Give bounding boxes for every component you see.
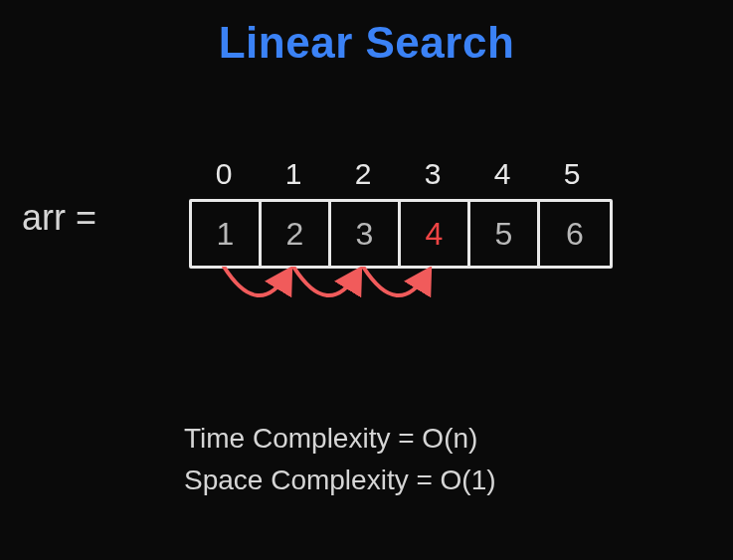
- traversal-arrows: [189, 267, 617, 336]
- space-complexity-text: Space Complexity = O(1): [184, 460, 496, 501]
- time-complexity-text: Time Complexity = O(n): [184, 418, 496, 460]
- array-variable-label: arr =: [22, 197, 96, 239]
- array-cell: 1: [192, 202, 262, 266]
- array-cell-target: 4: [401, 202, 470, 266]
- index-label: 5: [537, 157, 607, 199]
- complexity-block: Time Complexity = O(n) Space Complexity …: [184, 418, 496, 501]
- array-cell: 2: [262, 202, 331, 266]
- index-label: 2: [328, 157, 398, 199]
- arrow-icon: [293, 267, 358, 295]
- array-cell: 5: [470, 202, 540, 266]
- page-title: Linear Search: [0, 0, 733, 68]
- index-label: 3: [398, 157, 467, 199]
- index-label: 0: [189, 157, 259, 199]
- index-row: 0 1 2 3 4 5: [189, 157, 613, 199]
- array-cell: 3: [331, 202, 401, 266]
- array-cells: 1 2 3 4 5 6: [189, 199, 613, 269]
- index-label: 1: [259, 157, 328, 199]
- index-label: 4: [467, 157, 537, 199]
- array-visual: 0 1 2 3 4 5 1 2 3 4 5 6: [189, 157, 613, 269]
- array-cell: 6: [540, 202, 610, 266]
- arrow-icon: [363, 267, 428, 295]
- arrow-icon: [224, 267, 288, 295]
